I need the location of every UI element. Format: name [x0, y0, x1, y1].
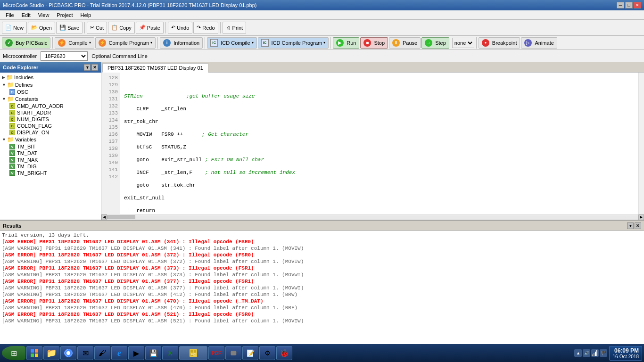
code-line-137: exit_str_null [124, 195, 635, 202]
taskbar-bug-button[interactable]: 🐞 [276, 346, 292, 360]
tray-flag-icon[interactable]: 🏴 [600, 349, 607, 357]
open-button[interactable]: 📂 Open [28, 22, 55, 34]
undo-button[interactable]: ↶ Undo [168, 22, 192, 34]
results-panel: Results ▾ ✕ Trial version, 13 days left.… [0, 220, 644, 352]
result-error-6: [ASM ERROR] PBP31 18F2620 TM1637 LED DIS… [2, 311, 642, 318]
microcontroller-select[interactable]: 18F2620 [41, 51, 88, 61]
taskbar-excel-button[interactable]: X [162, 346, 178, 360]
tree-includes[interactable]: ▶ 📁 Includes [1, 74, 100, 81]
taskbar-ie-button[interactable]: e [111, 346, 127, 360]
tree-var-tm-bit[interactable]: V TM_BIT [1, 143, 100, 150]
step-label: Step [435, 40, 446, 46]
none-select[interactable]: none [452, 38, 474, 48]
const-start-addr: START_ADDR [17, 110, 51, 115]
line-num-130: 130 [103, 89, 118, 96]
compile-program-button[interactable]: ⚡ Compile Program ▾ [95, 37, 156, 49]
svg-rect-2 [31, 354, 34, 357]
taskbar-pdf-button[interactable]: PDF [208, 346, 224, 360]
menu-project[interactable]: Project [53, 11, 76, 19]
code-view[interactable]: 128 129 130 131 132 133 134 135 136 137 … [101, 73, 644, 214]
tray-volume-icon[interactable]: 🔊 [583, 349, 590, 357]
menu-edit[interactable]: Edit [18, 11, 34, 19]
line-num-136: 136 [103, 131, 118, 138]
tree-var-tm-dat[interactable]: V TM_DAT [1, 150, 100, 156]
start-button[interactable]: ⊞ [2, 346, 25, 360]
svg-rect-13 [230, 354, 231, 354]
new-button[interactable]: 📄 New [2, 22, 27, 34]
tree-const-start-addr[interactable]: C START_ADDR [1, 109, 100, 116]
taskbar-paint-button[interactable]: 🖌 [94, 346, 110, 360]
taskbar-microcode-button[interactable]: PIC [179, 346, 207, 360]
cut-button[interactable]: ✂ Cut [87, 22, 107, 34]
tree-constants[interactable]: ▼ 📁 Constants [1, 95, 100, 103]
results-close-button[interactable]: ✕ [635, 222, 641, 229]
tree-var-tm-nak[interactable]: V TM_NAK [1, 156, 100, 163]
title-bar: MicroCode Studio - PICBASIC PRO - Trial … [0, 0, 644, 10]
line-num-137: 137 [103, 138, 118, 145]
explorer-close-button[interactable]: ✕ [91, 64, 98, 71]
pdf-taskbar-icon: PDF [211, 347, 222, 359]
h-scroll-left-button[interactable]: ◀ [101, 214, 107, 220]
minimize-button[interactable]: ─ [617, 2, 624, 8]
tree-defines[interactable]: ▼ 📁 Defines [1, 81, 100, 89]
copy-button[interactable]: 📋 Copy [108, 22, 135, 34]
pause-button[interactable]: ⏸ Pause [389, 37, 421, 49]
osc-label: OSC [17, 89, 28, 95]
editor-scrollbar[interactable] [638, 73, 644, 214]
h-scroll-right-button[interactable]: ▶ [638, 214, 644, 220]
h-scroll-track[interactable] [107, 215, 638, 219]
pause-label: Pause [403, 40, 417, 46]
horizontal-scrollbar[interactable]: ◀ ▶ [101, 214, 644, 220]
animate-button[interactable]: ▷ Animate [521, 37, 557, 49]
taskbar-settings-button[interactable]: ⚙ [259, 346, 275, 360]
tree-const-display-on[interactable]: C DISPLAY_ON [1, 129, 100, 136]
tree-var-tm-bright[interactable]: V TM_BRIGHT [1, 170, 100, 176]
code-content[interactable]: STRlen ;get buffer usage size CLRF _str_… [120, 73, 638, 214]
redo-button[interactable]: ↷ Redo [193, 22, 218, 34]
run-button[interactable]: ▶ Run [333, 37, 359, 49]
code-line-138: return [124, 207, 635, 214]
taskbar-explorer-button[interactable] [26, 346, 42, 360]
explorer-pin-button[interactable]: ▾ [84, 64, 91, 71]
buy-picbasic-button[interactable]: ✓ Buy PICBasic [2, 37, 50, 49]
taskbar-mail-button[interactable]: ✉ [77, 346, 93, 360]
tree-const-colon-flag[interactable]: C COLON_FLAG [1, 123, 100, 129]
taskbar-notepad-button[interactable]: 📝 [242, 346, 258, 360]
save-button[interactable]: 💾 Save [56, 22, 83, 34]
taskbar-chip-button[interactable] [225, 346, 241, 360]
result-warning-6: [ASM WARNING] PBP31 18F2620 TM1637 LED D… [2, 304, 642, 311]
taskbar-media-button[interactable]: ▶ [128, 346, 144, 360]
stop-button[interactable]: ■ Stop [360, 37, 388, 49]
line-num-132: 132 [103, 103, 118, 110]
step-button[interactable]: → Step [421, 37, 449, 49]
icd-compile-program-icon: IC [261, 39, 269, 47]
icd-compile-button[interactable]: IC ICD Compile ▾ [207, 37, 256, 49]
paste-button[interactable]: 📌 Paste [136, 22, 164, 34]
icd-compile-program-button[interactable]: IC ICD Compile Program ▾ [258, 37, 329, 49]
close-button[interactable]: ✕ [634, 2, 641, 8]
breakpoint-button[interactable]: ● Breakpoint [479, 37, 520, 49]
information-button[interactable]: i Information [160, 37, 203, 49]
tree-var-tm-dig[interactable]: V TM_DIG [1, 163, 100, 170]
menu-help[interactable]: Help [77, 11, 95, 19]
results-dropdown-button[interactable]: ▾ [627, 222, 634, 229]
compile-button[interactable]: ⚡ Compile ▾ [55, 37, 94, 49]
tree-defines-osc[interactable]: D OSC [1, 89, 100, 95]
taskbar-folder-button[interactable]: 📁 [43, 346, 59, 360]
save-label: Save [67, 25, 79, 31]
taskbar-usb-button[interactable]: 💾 [145, 346, 161, 360]
tree-const-cmd-auto-addr[interactable]: C CMD_AUTO_ADDR [1, 103, 100, 109]
constants-label: Constants [15, 96, 39, 102]
code-tab-main[interactable]: PBP31 18F2620 TM1637 LED Display 01 [102, 63, 208, 73]
tray-network-icon[interactable] [591, 349, 599, 357]
taskbar-chrome-button[interactable] [60, 346, 76, 360]
menu-file[interactable]: File [2, 11, 18, 19]
maximize-button[interactable]: □ [625, 2, 633, 8]
tree-const-num-digits[interactable]: C NUM_DIGITS [1, 116, 100, 123]
print-button[interactable]: 🖨 Print [223, 22, 247, 34]
cut-label: Cut [96, 25, 104, 31]
menu-view[interactable]: View [34, 11, 53, 19]
tree-variables[interactable]: ▼ 📁 Variables [1, 136, 100, 143]
results-controls: ▾ ✕ [627, 222, 641, 229]
h-scroll-thumb[interactable] [107, 215, 135, 219]
